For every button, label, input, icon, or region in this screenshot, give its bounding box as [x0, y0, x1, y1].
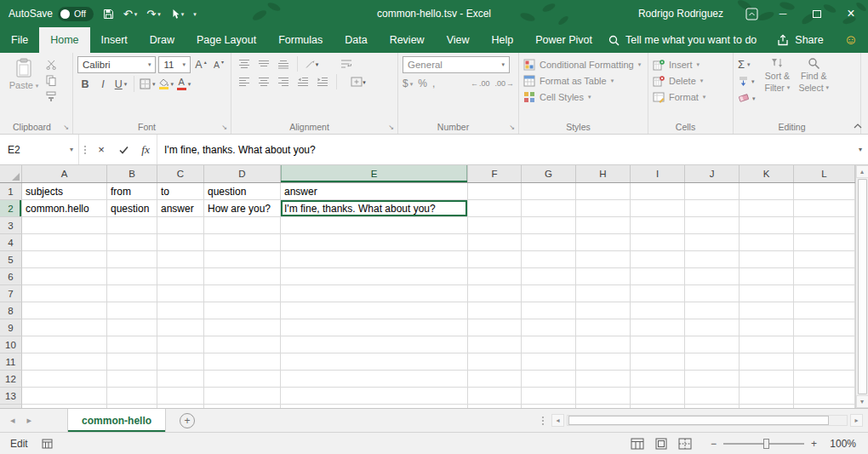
collapse-ribbon-button[interactable] — [854, 124, 862, 129]
cell-D5[interactable] — [204, 251, 281, 268]
cell-E7[interactable] — [281, 285, 468, 302]
cell-F10[interactable] — [468, 336, 522, 353]
row-header-12[interactable]: 12 — [0, 371, 22, 388]
hscroll-right-icon[interactable]: ▸ — [850, 414, 863, 427]
cell-C8[interactable] — [157, 302, 204, 319]
cell-G7[interactable] — [522, 285, 576, 302]
bold-button[interactable]: B — [77, 76, 93, 92]
column-header-C[interactable]: C — [157, 165, 204, 182]
cell-K6[interactable] — [740, 268, 794, 285]
format-dropdown-icon[interactable]: ▾ — [703, 94, 706, 100]
align-center-button[interactable] — [255, 74, 272, 89]
cell-J13[interactable] — [685, 388, 740, 405]
cell-C6[interactable] — [157, 268, 204, 285]
tab-power-pivot[interactable]: Power Pivot — [524, 27, 603, 53]
cell-E13[interactable] — [281, 388, 468, 405]
conditional-formatting-dropdown-icon[interactable]: ▾ — [638, 61, 642, 67]
touch-mode-dropdown-icon[interactable]: ▾ — [181, 11, 185, 17]
tab-formulas[interactable]: Formulas — [267, 27, 334, 53]
cell-C2[interactable]: answer — [157, 200, 204, 217]
row-header-8[interactable]: 8 — [0, 302, 22, 319]
cell-J6[interactable] — [685, 268, 740, 285]
italic-button[interactable]: I — [95, 76, 111, 92]
cell-J3[interactable] — [685, 217, 740, 234]
save-button[interactable] — [103, 9, 114, 20]
horizontal-scrollbar-thumb[interactable] — [568, 416, 829, 425]
undo-button[interactable]: ↶ ▾ — [123, 8, 137, 20]
hscroll-left-icon[interactable]: ◂ — [551, 414, 564, 427]
cell-E2[interactable]: I'm fine, thanks. What about you? — [281, 200, 468, 217]
bottom-align-button[interactable] — [275, 56, 292, 72]
cell-I6[interactable] — [631, 268, 685, 285]
zoom-slider[interactable] — [723, 443, 804, 445]
cell-G1[interactable] — [522, 183, 576, 200]
cell-G12[interactable] — [522, 371, 576, 388]
cell-H2[interactable] — [576, 200, 631, 217]
cell-C13[interactable] — [157, 388, 204, 405]
page-layout-view-button[interactable] — [654, 438, 668, 450]
orientation-button[interactable]: ▾ — [303, 56, 320, 72]
cell-A5[interactable] — [22, 251, 107, 268]
orientation-dropdown-icon[interactable]: ▾ — [316, 61, 319, 67]
zoom-in-button[interactable]: + — [811, 438, 817, 450]
tab-draw[interactable]: Draw — [139, 27, 186, 53]
cell-F3[interactable] — [468, 217, 522, 234]
cell-J9[interactable] — [685, 319, 740, 336]
cell-B13[interactable] — [107, 388, 157, 405]
cell-D13[interactable] — [204, 388, 281, 405]
cell-D11[interactable] — [204, 353, 281, 371]
column-header-K[interactable]: K — [740, 165, 794, 182]
cell-G2[interactable] — [522, 200, 576, 217]
cell-A6[interactable] — [22, 268, 107, 285]
row-header-10[interactable]: 10 — [0, 336, 22, 353]
cell-G5[interactable] — [522, 251, 576, 268]
cell-D1[interactable]: question — [204, 183, 281, 200]
autosum-button[interactable]: Σ▾ — [738, 56, 756, 72]
cell-D4[interactable] — [204, 234, 281, 251]
share-button[interactable]: Share — [777, 34, 823, 46]
column-header-F[interactable]: F — [468, 165, 522, 182]
insert-cells-button[interactable]: Insert ▾ — [653, 56, 728, 72]
cell-B10[interactable] — [107, 336, 157, 353]
normal-view-button[interactable] — [631, 438, 644, 450]
cell-K9[interactable] — [740, 319, 794, 336]
cell-A2[interactable]: common.hello — [22, 200, 107, 217]
prev-sheet-button[interactable]: ◂ — [10, 415, 15, 426]
increase-decimal-button[interactable]: ←.00 — [471, 79, 490, 88]
cell-F5[interactable] — [468, 251, 522, 268]
cell-A12[interactable] — [22, 371, 107, 388]
page-break-view-button[interactable] — [678, 438, 692, 450]
row-header-11[interactable]: 11 — [0, 353, 22, 371]
currency-dropdown-icon[interactable]: ▾ — [410, 81, 414, 87]
cell-F13[interactable] — [468, 388, 522, 405]
cell-F8[interactable] — [468, 302, 522, 319]
tab-home[interactable]: Home — [39, 27, 89, 53]
cell-E11[interactable] — [281, 353, 468, 371]
fill-button[interactable]: ▾ — [738, 73, 756, 89]
cell-E3[interactable] — [281, 217, 468, 234]
decrease-indent-button[interactable] — [294, 74, 311, 89]
row-header-1[interactable]: 1 — [0, 183, 22, 200]
autosave-toggle[interactable]: AutoSave Off — [9, 7, 94, 21]
cell-F6[interactable] — [468, 268, 522, 285]
font-size-combobox[interactable]: 11 ▾ — [158, 56, 191, 73]
vertical-scrollbar[interactable]: ▴ ▾ — [855, 165, 868, 408]
minimize-button[interactable]: ─ — [766, 0, 800, 27]
cell-J2[interactable] — [685, 200, 740, 217]
find-select-button[interactable]: Find & Select▾ — [794, 56, 833, 106]
cell-D8[interactable] — [204, 302, 281, 319]
cell-H13[interactable] — [576, 388, 631, 405]
find-select-dropdown-icon[interactable]: ▾ — [826, 84, 830, 90]
font-color-dropdown-icon[interactable]: ▾ — [188, 81, 191, 87]
cell-H10[interactable] — [576, 336, 631, 353]
cell-K11[interactable] — [740, 353, 794, 371]
name-box-dropdown-icon[interactable]: ▾ — [70, 146, 73, 153]
formula-input[interactable]: I'm fine, thanks. What about you? — [157, 135, 853, 164]
cell-D12[interactable] — [204, 371, 281, 388]
cell-J11[interactable] — [685, 353, 740, 371]
cell-K7[interactable] — [740, 285, 794, 302]
cell-L5[interactable] — [794, 251, 855, 268]
tab-review[interactable]: Review — [379, 27, 436, 53]
cell-F7[interactable] — [468, 285, 522, 302]
format-cells-button[interactable]: Format ▾ — [653, 89, 728, 105]
